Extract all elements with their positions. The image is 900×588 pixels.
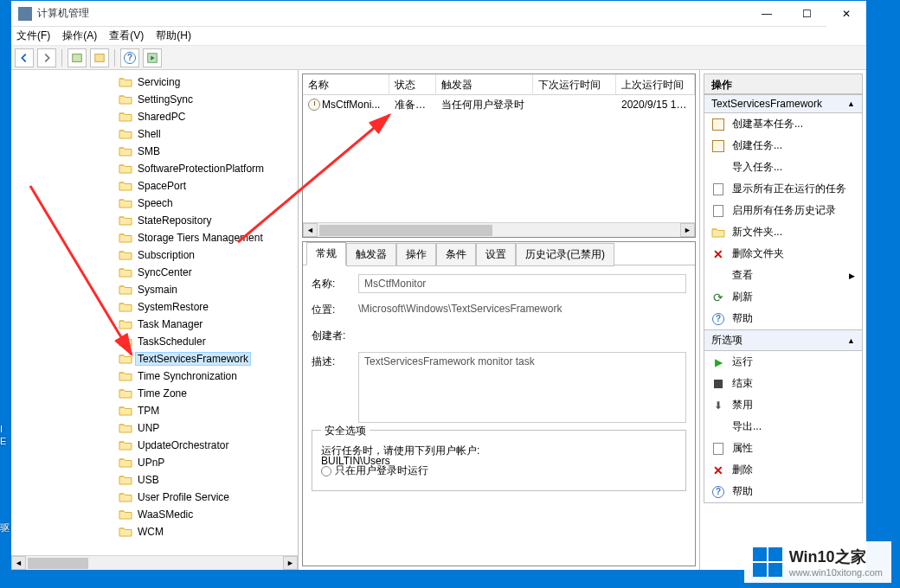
action-item[interactable]: 创建任务...: [704, 135, 862, 157]
menu-action[interactable]: 操作(A): [62, 29, 97, 43]
tab-history[interactable]: 历史记录(已禁用): [516, 243, 614, 266]
tree-item-synccenter[interactable]: SyncCenter: [119, 264, 298, 281]
action-item[interactable]: ⟳刷新: [704, 286, 862, 308]
action-item[interactable]: 导出...: [704, 416, 862, 438]
action-item[interactable]: ✕删除: [704, 459, 862, 481]
task-icon: [308, 99, 320, 111]
tab-general[interactable]: 常规: [306, 242, 346, 265]
col-trigger[interactable]: 触发器: [436, 74, 533, 94]
col-status[interactable]: 状态: [389, 74, 436, 94]
action-item[interactable]: ✕删除文件夹: [704, 243, 862, 265]
tree-item-label: User Profile Service: [136, 491, 231, 503]
tree-item-staterepository[interactable]: StateRepository: [119, 212, 298, 229]
label-description: 描述:: [312, 352, 350, 369]
tree-item-smb[interactable]: SMB: [119, 143, 298, 160]
action-item[interactable]: ▶运行: [704, 351, 862, 373]
action-icon: [711, 182, 725, 196]
action-item[interactable]: 新文件夹...: [704, 221, 862, 243]
scroll-thumb[interactable]: [319, 225, 492, 236]
tree-item-sharedpc[interactable]: SharedPC: [119, 108, 298, 125]
scroll-thumb[interactable]: [28, 558, 88, 569]
col-next-run[interactable]: 下次运行时间: [533, 74, 616, 94]
tree-item-usb[interactable]: USB: [119, 471, 298, 489]
action-item[interactable]: 查看▶: [704, 265, 862, 286]
tree-item-subscription[interactable]: Subscription: [119, 246, 298, 264]
menu-file[interactable]: 文件(F): [16, 29, 50, 43]
action-item[interactable]: 启用所有任务历史记录: [704, 200, 862, 221]
toolbar: ?: [11, 46, 866, 70]
actions-section-selected[interactable]: 所选项 ▲: [704, 329, 863, 351]
minimize-button[interactable]: —: [747, 1, 787, 27]
tree-item-task-manager[interactable]: Task Manager: [119, 316, 298, 333]
tree-item-updateorchestrator[interactable]: UpdateOrchestrator: [119, 437, 298, 454]
tab-triggers[interactable]: 触发器: [346, 243, 396, 266]
action-item[interactable]: 导入任务...: [704, 157, 862, 178]
tab-settings[interactable]: 设置: [476, 243, 516, 266]
back-button[interactable]: [15, 48, 34, 67]
toolbar-icon[interactable]: [90, 48, 109, 67]
tree-item-systemrestore[interactable]: SystemRestore: [119, 298, 298, 316]
col-last-run[interactable]: 上次运行时间: [616, 74, 695, 94]
field-description[interactable]: [358, 352, 686, 423]
task-row[interactable]: MsCtfMoni... 准备就绪 当任何用户登录时 2020/9/15 10:…: [303, 95, 695, 114]
tree-item-textservicesframework[interactable]: TextServicesFramework: [119, 350, 298, 368]
tree-item-upnp[interactable]: UPnP: [119, 454, 298, 471]
radio-icon[interactable]: [321, 466, 331, 476]
close-button[interactable]: ✕: [826, 1, 866, 27]
tree-item-settingsync[interactable]: SettingSync: [119, 91, 298, 108]
tree-item-servicing[interactable]: Servicing: [119, 74, 298, 91]
collapse-icon[interactable]: ▲: [847, 99, 855, 108]
tree-item-spaceport[interactable]: SpacePort: [119, 177, 298, 195]
col-name[interactable]: 名称: [303, 74, 389, 94]
tab-conditions[interactable]: 条件: [436, 243, 476, 266]
forward-button[interactable]: [37, 48, 56, 67]
windows-logo-icon: [753, 547, 782, 577]
action-item[interactable]: 属性: [704, 438, 862, 459]
collapse-icon[interactable]: ▲: [847, 336, 855, 345]
tree-item-wcm[interactable]: WCM: [119, 523, 298, 540]
folder-icon: [119, 232, 132, 244]
menu-help[interactable]: 帮助(H): [156, 29, 191, 43]
toolbar-icon[interactable]: [143, 48, 162, 67]
actions-section-folder[interactable]: TextServicesFramework ▲: [704, 94, 863, 113]
action-label: 帮助: [732, 484, 753, 499]
tree-item-tpm[interactable]: TPM: [119, 402, 298, 419]
action-item[interactable]: 创建基本任务...: [704, 113, 862, 135]
scroll-left-button[interactable]: ◄: [11, 556, 26, 570]
horizontal-scrollbar[interactable]: ◄ ►: [303, 222, 695, 237]
action-icon: ▶: [711, 355, 725, 369]
tree-item-label: SpacePort: [136, 180, 188, 192]
tree-item-softwareprotectionplatform[interactable]: SoftwareProtectionPlatform: [119, 160, 298, 177]
horizontal-scrollbar[interactable]: ◄ ►: [11, 555, 298, 570]
tree-item-waasmedic[interactable]: WaaSMedic: [119, 506, 298, 523]
help-icon[interactable]: ?: [120, 48, 139, 67]
toolbar-icon[interactable]: [68, 48, 87, 67]
folder-icon: [119, 214, 132, 227]
action-label: 结束: [732, 376, 753, 391]
task-scheduler-tree[interactable]: ServicingSettingSyncSharedPCShellSMBSoft…: [11, 70, 298, 555]
action-item[interactable]: ?帮助: [704, 481, 862, 502]
tree-item-time-synchronization[interactable]: Time Synchronization: [119, 368, 298, 385]
action-item[interactable]: ?帮助: [704, 308, 862, 329]
tree-item-sysmain[interactable]: Sysmain: [119, 281, 298, 298]
tree-item-speech[interactable]: Speech: [119, 195, 298, 212]
menu-view[interactable]: 查看(V): [109, 29, 144, 43]
tree-item-storage-tiers-management[interactable]: Storage Tiers Management: [119, 229, 298, 246]
tree-item-unp[interactable]: UNP: [119, 419, 298, 437]
scroll-track[interactable]: [318, 223, 680, 237]
action-item[interactable]: 显示所有正在运行的任务: [704, 178, 862, 200]
scroll-right-button[interactable]: ►: [680, 223, 695, 237]
tree-item-shell[interactable]: Shell: [119, 125, 298, 143]
scroll-right-button[interactable]: ►: [283, 556, 298, 570]
scroll-track[interactable]: [26, 556, 283, 570]
action-item[interactable]: 结束: [704, 373, 862, 394]
titlebar[interactable]: 计算机管理 — ☐ ✕: [11, 1, 866, 27]
tab-actions[interactable]: 操作: [396, 243, 436, 266]
tree-item-time-zone[interactable]: Time Zone: [119, 385, 298, 402]
maximize-button[interactable]: ☐: [787, 1, 826, 27]
scroll-left-button[interactable]: ◄: [303, 223, 318, 237]
tree-item-taskscheduler[interactable]: TaskScheduler: [119, 333, 298, 350]
field-name[interactable]: MsCtfMonitor: [358, 274, 686, 293]
action-item[interactable]: ⬇禁用: [704, 394, 862, 416]
tree-item-user-profile-service[interactable]: User Profile Service: [119, 489, 298, 506]
